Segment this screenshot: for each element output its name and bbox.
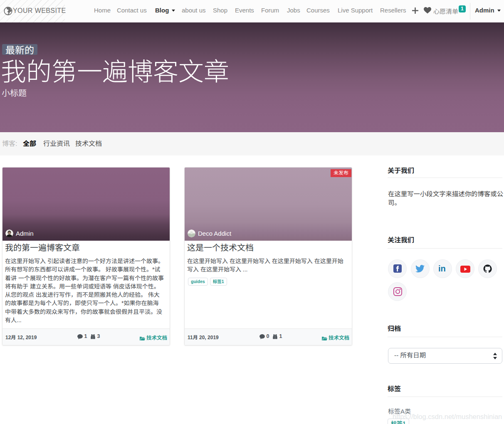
svg-text:in: in — [438, 264, 446, 273]
